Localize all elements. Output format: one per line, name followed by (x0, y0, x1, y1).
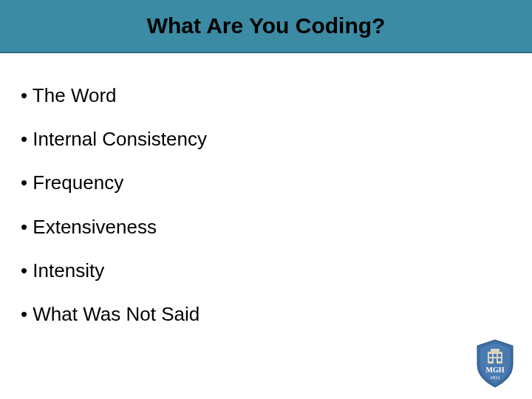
list-item: Extensiveness (21, 216, 511, 239)
svg-rect-6 (494, 358, 497, 364)
svg-rect-4 (498, 354, 501, 357)
list-item: What Was Not Said (21, 303, 511, 326)
slide-title: What Are You Coding? (147, 13, 386, 38)
svg-rect-5 (489, 358, 492, 361)
slide-content: The Word Internal Consistency Frequency … (0, 53, 532, 326)
list-item: Frequency (21, 171, 511, 194)
svg-rect-2 (489, 354, 492, 357)
svg-rect-3 (494, 354, 497, 357)
list-item: Internal Consistency (21, 128, 511, 151)
bullet-list: The Word Internal Consistency Frequency … (21, 84, 511, 326)
list-item: Intensity (21, 259, 511, 282)
list-item: The Word (21, 84, 511, 107)
svg-rect-1 (491, 349, 499, 353)
logo-year-text: 1811 (490, 375, 500, 381)
title-bar: What Are You Coding? (0, 0, 532, 53)
logo-org-text: MGH (486, 366, 505, 374)
svg-rect-7 (498, 358, 501, 361)
mgh-logo: MGH 1811 (474, 338, 516, 389)
